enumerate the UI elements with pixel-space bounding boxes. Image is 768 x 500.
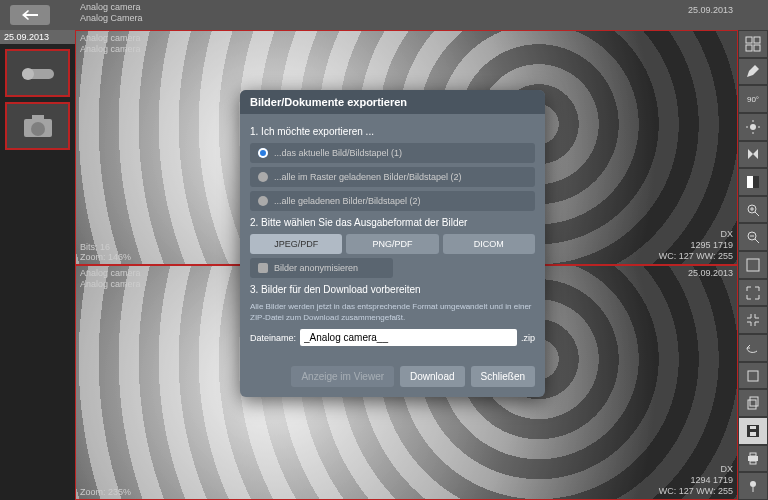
radio-icon (258, 172, 268, 182)
svg-rect-29 (750, 426, 756, 429)
checkbox-icon (258, 263, 268, 273)
export-option-grid[interactable]: ...alle im Raster geladenen Bilder/Bilds… (250, 167, 535, 187)
pane-zoom-info: Bits: 16 Zoom: 146% (80, 242, 131, 262)
pane-zoom-info: Zoom: 235% (80, 487, 131, 497)
svg-rect-5 (746, 37, 752, 43)
section-2-title: 2. Bitte wählen Sie das Ausgabeformat de… (250, 217, 535, 228)
svg-rect-26 (750, 397, 758, 406)
svg-rect-28 (750, 432, 756, 436)
export-option-all[interactable]: ...alle geladenen Bilder/Bildstapel (2) (250, 191, 535, 211)
viewer-button: Anzeige im Viewer (291, 366, 394, 387)
svg-rect-4 (32, 115, 44, 121)
svg-rect-7 (746, 45, 752, 51)
svg-rect-25 (748, 400, 756, 409)
export-dialog: Bilder/Dokumente exportieren 1. Ich möch… (240, 90, 545, 397)
copy-icon (746, 396, 760, 410)
svg-rect-14 (747, 176, 753, 188)
collapse-icon (746, 313, 760, 327)
dialog-title: Bilder/Dokumente exportieren (240, 90, 545, 114)
close-button[interactable]: Schließen (471, 366, 535, 387)
sun-icon (746, 120, 760, 134)
svg-line-21 (755, 239, 759, 243)
section-3-hint: Alle Bilder werden jetzt in das entsprec… (250, 301, 535, 323)
svg-rect-8 (754, 45, 760, 51)
pane-date: 25.09.2013 (688, 268, 733, 278)
svg-point-9 (750, 124, 756, 130)
fullscreen-button[interactable] (739, 280, 767, 306)
arrow-left-icon (22, 10, 38, 20)
format-png-pdf[interactable]: PNG/PDF (346, 234, 438, 254)
format-dicom[interactable]: DICOM (443, 234, 535, 254)
pin-button[interactable] (739, 473, 767, 499)
left-sidebar: 25.09.2013 (0, 30, 75, 500)
svg-rect-23 (747, 259, 759, 271)
svg-rect-6 (754, 37, 760, 43)
anonymize-checkbox[interactable]: Bilder anonymisieren (250, 258, 393, 278)
download-button[interactable]: Download (400, 366, 464, 387)
topbar-title: Analog camera Analog Camera (80, 2, 143, 24)
radio-icon (258, 148, 268, 158)
brightness-button[interactable] (739, 114, 767, 140)
section-1-title: 1. Ich möchte exportieren ... (250, 126, 535, 137)
copy-button[interactable] (739, 390, 767, 416)
sidebar-date-header: 25.09.2013 (0, 30, 75, 44)
svg-rect-32 (750, 461, 756, 464)
pane-label: Analog camera Analog camera (80, 33, 141, 55)
export-option-current[interactable]: ...das aktuelle Bild/Bildstapel (1) (250, 143, 535, 163)
fit-button[interactable] (739, 252, 767, 278)
grid-layout-button[interactable] (739, 31, 767, 57)
topbar-date: 25.09.2013 (688, 5, 733, 15)
save-button[interactable] (739, 418, 767, 444)
pane-meta: DX 1295 1719 WC: 127 WW: 255 (659, 229, 733, 262)
pin-icon (746, 479, 760, 493)
section-3-title: 3. Bilder für den Download vorbereiten (250, 284, 535, 295)
measure-button[interactable] (739, 363, 767, 389)
filename-suffix: .zip (521, 333, 535, 343)
undo-button[interactable] (739, 335, 767, 361)
format-jpeg-pdf[interactable]: JPEG/PDF (250, 234, 342, 254)
flip-button[interactable] (739, 142, 767, 168)
floppy-icon (746, 424, 760, 438)
svg-line-17 (755, 212, 759, 216)
grid-icon (745, 36, 761, 52)
print-button[interactable] (739, 446, 767, 472)
radio-icon (258, 196, 268, 206)
undo-icon (746, 341, 760, 355)
svg-rect-15 (753, 176, 759, 188)
ruler-icon (746, 369, 760, 383)
thumbnail-1[interactable] (5, 49, 70, 97)
pane-meta: DX 1294 1719 WC: 127 WW: 255 (659, 464, 733, 497)
filename-input[interactable] (300, 329, 517, 346)
zoom-in-icon (746, 203, 760, 217)
svg-point-33 (750, 481, 756, 487)
svg-rect-31 (750, 453, 756, 456)
svg-rect-30 (748, 456, 758, 461)
right-toolbar: 90° (738, 30, 768, 500)
back-button[interactable] (10, 5, 50, 25)
zoom-out-button[interactable] (739, 224, 767, 250)
rotate-icon: 90° (747, 95, 759, 104)
zoom-in-button[interactable] (739, 197, 767, 223)
pane-label: Analog camera Analog camera (80, 268, 141, 290)
pencil-icon (745, 63, 761, 79)
svg-point-3 (31, 122, 45, 136)
expand-icon (746, 286, 760, 300)
thumbnail-2[interactable] (5, 102, 70, 150)
collapse-button[interactable] (739, 307, 767, 333)
flip-icon (746, 147, 760, 161)
svg-rect-24 (748, 371, 758, 381)
fit-icon (746, 258, 760, 272)
rotate-button[interactable]: 90° (739, 86, 767, 112)
zoom-out-icon (746, 230, 760, 244)
svg-point-1 (22, 68, 34, 80)
print-icon (746, 451, 760, 465)
filename-label: Dateiname: (250, 333, 296, 343)
contrast-button[interactable] (739, 169, 767, 195)
draw-button[interactable] (739, 59, 767, 85)
contrast-icon (746, 175, 760, 189)
